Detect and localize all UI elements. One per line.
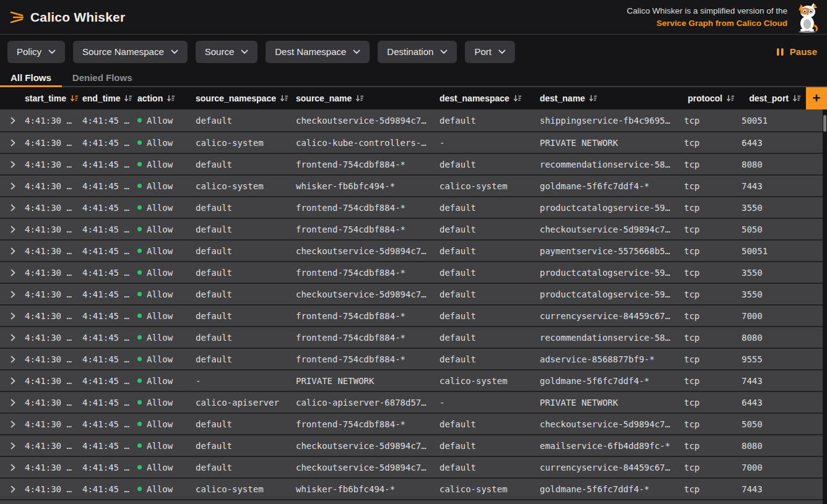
column-header-dest-namespace[interactable]: dest_namespace [437,93,537,103]
row-expand-chevron-icon[interactable] [0,377,22,385]
cell-dest-port: 7443 [739,376,805,386]
cell-start-time: 4:41:30 … [22,224,80,234]
allow-status-dot [137,162,142,166]
service-graph-link[interactable]: Service Graph from Calico Cloud [626,17,787,30]
cell-protocol: tcp [682,441,739,451]
cell-source-name: frontend-754cdbf884-* [293,354,437,364]
table-row[interactable]: 4:41:30 … 4:41:45 … Allow calico-apiserv… [0,391,823,412]
row-expand-chevron-icon[interactable] [0,464,22,471]
row-expand-chevron-icon[interactable] [0,334,22,341]
cell-start-time: 4:41:30 … [22,289,80,299]
row-expand-chevron-icon[interactable] [0,182,22,190]
cell-source-name: frontend-754cdbf884-* [293,224,437,234]
table-row[interactable]: 4:41:30 … 4:41:45 … Allow default fronte… [0,153,823,174]
filter-button-policy[interactable]: Policy [7,41,65,63]
cell-protocol: tcp [682,376,739,386]
cell-dest-namespace: default [437,441,537,451]
tab-label: Denied Flows [72,72,132,83]
table-row[interactable]: 4:41:30 … 4:41:45 … Allow calico-system … [0,131,823,153]
column-header-source-name[interactable]: source_name [293,93,437,103]
row-expand-chevron-icon[interactable] [0,442,22,450]
chevron-down-icon [48,49,56,54]
filter-button-source[interactable]: Source [196,41,258,63]
cell-action: Allow [135,333,193,343]
table-row[interactable]: 4:41:30 … 4:41:45 … Allow default checko… [0,456,823,477]
cell-action: Allow [135,160,193,169]
table-row[interactable]: 4:41:30 … 4:41:45 … Allow default fronte… [0,196,823,218]
row-expand-chevron-icon[interactable] [0,117,22,124]
pause-button[interactable]: Pause [776,46,817,57]
row-expand-chevron-icon[interactable] [0,421,22,428]
table-row[interactable]: 4:41:30 … 4:41:45 … Allow default fronte… [0,304,823,326]
cell-dest-name: goldmane-5f6fc7ddf4-* [537,484,682,494]
row-expand-chevron-icon[interactable] [0,291,22,298]
cell-source-namespace: calico-system [193,181,293,191]
row-expand-chevron-icon[interactable] [0,161,22,168]
cell-dest-port: 8080 [739,160,805,169]
row-expand-chevron-icon[interactable] [0,247,22,255]
allow-status-dot [137,443,142,448]
tab-all-flows[interactable]: All Flows [0,69,62,86]
tab-denied-flows[interactable]: Denied Flows [62,69,143,86]
cell-end-time: 4:41:45 … [80,116,135,126]
scrollbar-track[interactable] [823,109,827,504]
cell-source-namespace: default [193,463,293,472]
allow-status-dot [137,292,142,296]
filter-bar: Policy Source Namespace Source Dest Name… [0,35,827,69]
row-expand-chevron-icon[interactable] [0,269,22,276]
table-row[interactable]: 4:41:30 … 4:41:45 … Allow default fronte… [0,412,823,434]
scrollbar-thumb[interactable] [823,115,826,132]
table-row[interactable]: 4:41:30 … 4:41:45 … Allow default fronte… [0,261,823,283]
filter-button-port[interactable]: Port [465,41,515,63]
cell-source-name: checkoutservice-5d9894c7… [293,246,437,256]
cell-protocol: tcp [682,246,739,256]
cell-source-namespace: default [193,311,293,321]
row-expand-chevron-icon[interactable] [0,485,22,493]
cell-source-namespace: default [193,419,293,429]
column-header-start-time[interactable]: start_time [22,93,80,103]
cell-start-time: 4:41:30 … [22,311,80,321]
tagline-text: Calico Whisker is a simplified version o… [626,5,787,17]
column-header-action[interactable]: action [135,93,193,103]
cell-end-time: 4:41:45 … [80,419,135,429]
cell-dest-name: productcatalogservice-59… [537,203,682,213]
table-row[interactable]: 4:41:30 … 4:41:45 … Allow default fronte… [0,326,823,348]
cell-end-time: 4:41:45 … [80,333,135,343]
table-row[interactable]: 4:41:30 … 4:41:45 … Allow default checko… [0,434,823,456]
allow-status-dot [137,487,142,491]
row-expand-chevron-icon[interactable] [0,204,22,211]
add-column-button[interactable]: + [806,87,827,109]
column-header-protocol[interactable]: protocol [682,93,739,103]
table-row[interactable]: 4:41:30 … 4:41:45 … Allow calico-system … [0,477,823,499]
column-header-dest-port[interactable]: dest_port [739,93,805,103]
cell-source-namespace: default [193,354,293,364]
column-header-source-namespace[interactable]: source_namespace [193,93,293,103]
column-header-end-time[interactable]: end_time [80,93,135,103]
cell-protocol: tcp [682,268,739,278]
cell-dest-port: 6443 [739,138,805,148]
table-row[interactable]: 4:41:30 … 4:41:45 … Allow default fronte… [0,348,823,369]
cell-dest-port: 9555 [739,354,805,364]
action-label: Allow [147,333,173,343]
row-expand-chevron-icon[interactable] [0,399,22,406]
row-expand-chevron-icon[interactable] [0,356,22,363]
filter-button-dest-namespace[interactable]: Dest Namespace [266,41,370,63]
table-row[interactable]: 4:41:30 … 4:41:45 … Allow default checko… [0,283,823,304]
allow-status-dot [137,249,142,253]
cell-action: Allow [135,441,193,451]
table-row[interactable]: 4:41:30 … 4:41:45 … Allow default checko… [0,109,823,131]
row-expand-chevron-icon[interactable] [0,139,22,147]
cell-dest-port: 50051 [739,246,805,256]
filter-button-destination[interactable]: Destination [378,41,457,63]
table-row[interactable]: 4:41:30 … 4:41:45 … Allow default fronte… [0,218,823,239]
filter-button-source-namespace[interactable]: Source Namespace [73,41,188,63]
cell-action: Allow [135,484,193,494]
allow-status-dot [137,314,142,318]
table-row[interactable]: 4:41:30 … 4:41:45 … Allow calico-system … [0,174,823,196]
row-expand-chevron-icon[interactable] [0,226,22,233]
table-row[interactable]: 4:41:30 … 4:41:45 … Allow - PRIVATE NETW… [0,369,823,391]
table-row[interactable]: 4:41:30 … 4:41:45 … Allow default checko… [0,239,823,261]
cell-end-time: 4:41:45 … [80,138,135,148]
column-header-dest-name[interactable]: dest_name [537,93,682,103]
row-expand-chevron-icon[interactable] [0,312,22,320]
